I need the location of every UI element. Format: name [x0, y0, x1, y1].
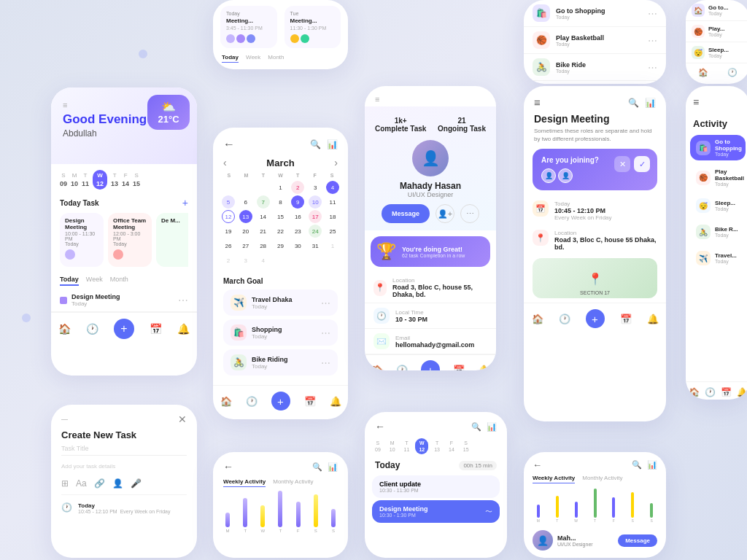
search-icon[interactable]: 🔍: [310, 139, 321, 149]
wa-back-button[interactable]: ←: [223, 461, 233, 472]
ts-day-wed-active[interactable]: W12: [415, 438, 428, 454]
cal-day-8[interactable]: 8: [274, 195, 287, 209]
mah-message-button[interactable]: Message: [618, 534, 657, 547]
cal-day-14[interactable]: 14: [257, 210, 270, 223]
cal-day-25[interactable]: 25: [326, 225, 339, 238]
tr-dots-3[interactable]: ⋯: [648, 62, 657, 73]
cal-day-5[interactable]: 5: [222, 195, 235, 209]
cal-day-18[interactable]: 18: [326, 210, 339, 223]
cal-day-10[interactable]: 10: [309, 195, 322, 209]
message-button[interactable]: Message: [382, 204, 430, 223]
nav-add-button[interactable]: +: [114, 319, 134, 339]
add-friend-button[interactable]: 👤+: [436, 204, 454, 223]
task-detail-input[interactable]: Add your task details: [51, 460, 197, 472]
wa-tab-monthly[interactable]: Monthly Activity: [273, 478, 313, 487]
nav-calendar[interactable]: 📅: [150, 323, 162, 335]
cal-fab-add[interactable]: +: [271, 392, 290, 411]
cal-day-4[interactable]: 4: [326, 181, 339, 194]
tr-dots-2[interactable]: ⋯: [648, 35, 657, 46]
nav-bell[interactable]: 🔔: [177, 323, 190, 335]
next-month-button[interactable]: ›: [334, 157, 338, 168]
cal-day-28[interactable]: 28: [257, 239, 270, 252]
dm-decline-button[interactable]: ✕: [614, 156, 630, 172]
goal-travel-menu[interactable]: ⋯: [321, 298, 330, 308]
cal-day-27[interactable]: 27: [239, 239, 252, 252]
cal-day-24[interactable]: 24: [309, 225, 322, 238]
ts-back-button[interactable]: ←: [375, 421, 385, 432]
profile-nav-clock[interactable]: 🕐: [396, 365, 408, 371]
mah-search-icon[interactable]: 🔍: [632, 460, 642, 470]
chart-icon[interactable]: 📊: [327, 139, 338, 149]
dm-fab-add[interactable]: +: [586, 309, 605, 328]
more-options-button[interactable]: ⋯: [460, 204, 479, 223]
cal-day-21[interactable]: 21: [257, 225, 270, 238]
tab-today[interactable]: Today: [60, 276, 79, 286]
nav-clock[interactable]: 🕐: [86, 323, 98, 335]
wa-tab-weekly[interactable]: Weekly Activity: [223, 478, 266, 487]
nav-home[interactable]: 🏠: [58, 323, 71, 335]
cal-nav-clock[interactable]: 🕐: [246, 396, 258, 407]
day-wed-active[interactable]: W12: [93, 170, 107, 190]
close-button[interactable]: ✕: [178, 413, 187, 425]
cal-nav-calendar[interactable]: 📅: [304, 396, 316, 407]
tab-week[interactable]: Week: [86, 276, 103, 286]
cal-day-7[interactable]: 7: [257, 195, 270, 209]
cal-day-12-today[interactable]: 12: [222, 210, 235, 223]
mah-tab-monthly[interactable]: Monthly Activity: [582, 475, 622, 483]
cal-day-15[interactable]: 15: [274, 210, 287, 223]
tab-week[interactable]: Week: [246, 54, 260, 63]
mic-tool[interactable]: 🎤: [131, 478, 142, 489]
mah-chart-icon[interactable]: 📊: [647, 460, 657, 470]
cal-day-22[interactable]: 22: [274, 225, 287, 238]
ts-search-icon[interactable]: 🔍: [471, 422, 481, 432]
cal-day-26[interactable]: 26: [222, 239, 235, 252]
person-tool[interactable]: 👤: [112, 478, 123, 489]
dm-accept-button[interactable]: ✓: [634, 156, 650, 172]
act-nav-calendar[interactable]: 📅: [721, 387, 732, 397]
prev-month-button[interactable]: ‹: [223, 157, 227, 168]
mah-back-button[interactable]: ←: [533, 459, 542, 470]
dm-nav-calendar[interactable]: 📅: [620, 314, 632, 324]
cal-day-16[interactable]: 16: [291, 210, 304, 223]
profile-nav-calendar[interactable]: 📅: [453, 365, 465, 371]
cal-day-11[interactable]: 11: [326, 195, 339, 209]
task-title-input[interactable]: Task Title: [61, 445, 187, 456]
cal-day-31[interactable]: 31: [309, 239, 322, 252]
link-tool[interactable]: 🔗: [94, 478, 105, 489]
tab-today[interactable]: Today: [222, 54, 239, 63]
wa-chart-icon[interactable]: 📊: [328, 462, 338, 472]
cal-day-2[interactable]: 2: [291, 181, 304, 194]
cal-day-17[interactable]: 17: [309, 210, 322, 223]
dm-nav-bell[interactable]: 🔔: [647, 314, 659, 324]
ts-chart-icon[interactable]: 📊: [487, 422, 497, 432]
add-task-button[interactable]: +: [182, 197, 188, 209]
tab-month[interactable]: Month: [110, 276, 128, 286]
cal-day-6[interactable]: 6: [239, 195, 252, 209]
cal-day-3[interactable]: 3: [309, 181, 322, 194]
cal-nav-bell[interactable]: 🔔: [330, 396, 341, 407]
dm-search-icon[interactable]: 🔍: [628, 98, 639, 108]
cal-day-13[interactable]: 13: [239, 210, 252, 223]
profile-fab-add[interactable]: +: [421, 360, 440, 370]
wa-search-icon[interactable]: 🔍: [312, 462, 322, 472]
dm-chart-icon[interactable]: 📊: [645, 98, 656, 108]
cal-day-9[interactable]: 9: [291, 195, 304, 209]
cal-day-20[interactable]: 20: [239, 225, 252, 238]
tr-dots-1[interactable]: ⋯: [648, 8, 657, 19]
text-tool[interactable]: Aa: [76, 478, 87, 489]
cal-day-23[interactable]: 23: [291, 225, 304, 238]
mah-tab-weekly[interactable]: Weekly Activity: [533, 475, 575, 483]
dm-nav-clock[interactable]: 🕐: [559, 314, 570, 324]
back-button[interactable]: ←: [223, 138, 235, 151]
tab-month[interactable]: Month: [268, 54, 284, 63]
goal-biking-menu[interactable]: ⋯: [321, 357, 330, 368]
cal-day-29[interactable]: 29: [274, 239, 287, 252]
cal-day-30[interactable]: 30: [291, 239, 304, 252]
grid-tool[interactable]: ⊞: [61, 478, 69, 489]
cal-nav-home[interactable]: 🏠: [220, 396, 232, 407]
goal-shopping-menu[interactable]: ⋯: [321, 327, 330, 338]
list-item-menu[interactable]: ⋯: [178, 295, 188, 306]
act-nav-clock[interactable]: 🕐: [705, 387, 716, 397]
cal-day-1[interactable]: 1: [274, 181, 287, 194]
dm-nav-home[interactable]: 🏠: [532, 314, 543, 324]
